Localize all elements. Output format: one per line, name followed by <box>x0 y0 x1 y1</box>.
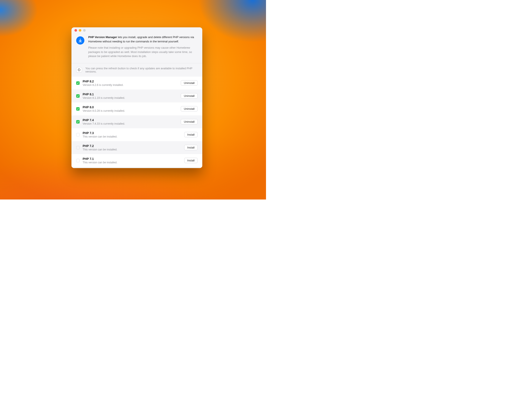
version-info: PHP 8.2Version 8.2.6 is currently instal… <box>83 80 178 87</box>
version-title: PHP 8.2 <box>83 80 178 83</box>
refresh-icon <box>78 69 81 71</box>
version-title: PHP 8.0 <box>83 105 178 109</box>
version-info: PHP 7.1This version can be installed. <box>83 157 181 164</box>
version-row: PHP 7.3This version can be installed.Ins… <box>71 128 202 141</box>
version-subtitle: This version can be installed. <box>83 135 181 138</box>
uninstall-button[interactable]: Uninstall <box>181 106 197 112</box>
versions-list[interactable]: PHP 8.2Version 8.2.6 is currently instal… <box>71 77 202 168</box>
version-info: PHP 8.0Version 8.0.28 is currently insta… <box>83 105 178 112</box>
version-row: PHP 8.2Version 8.2.6 is currently instal… <box>71 77 202 89</box>
checkbox-unchecked-icon <box>76 159 80 162</box>
version-row: PHP 8.0Version 8.0.28 is currently insta… <box>71 102 202 115</box>
version-subtitle: Version 8.1.19 is currently installed. <box>83 96 178 99</box>
download-icon <box>76 36 84 44</box>
checkbox-checked-icon <box>76 107 80 111</box>
version-subtitle: This version can be installed. <box>83 161 181 164</box>
refresh-bar: You can press the refresh button to chec… <box>71 63 202 77</box>
install-button[interactable]: Install <box>184 132 197 137</box>
minimize-icon[interactable] <box>79 29 81 32</box>
app-window: PHP Version Manager lets you install, up… <box>71 27 202 168</box>
version-subtitle: Version 7.4.33 is currently installed. <box>83 122 178 125</box>
header-section: PHP Version Manager lets you install, up… <box>71 33 202 63</box>
header-note: Please note that installing or upgrading… <box>88 46 196 58</box>
uninstall-button[interactable]: Uninstall <box>181 80 197 86</box>
version-subtitle: Version 8.2.6 is currently installed. <box>83 83 178 87</box>
uninstall-button[interactable]: Uninstall <box>181 119 197 124</box>
header-text: PHP Version Manager lets you install, up… <box>88 35 196 58</box>
checkbox-unchecked-icon <box>76 133 80 136</box>
app-title: PHP Version Manager <box>88 36 117 39</box>
version-subtitle: Version 8.0.28 is currently installed. <box>83 109 178 112</box>
version-title: PHP 7.1 <box>83 157 181 161</box>
refresh-button[interactable] <box>76 67 82 73</box>
version-title: PHP 7.4 <box>83 118 178 122</box>
version-row: PHP 7.2This version can be installed.Ins… <box>71 141 202 154</box>
refresh-hint: You can press the refresh button to chec… <box>85 67 197 73</box>
install-button[interactable]: Install <box>184 145 197 150</box>
version-title: PHP 7.3 <box>83 131 181 135</box>
uninstall-button[interactable]: Uninstall <box>181 93 197 99</box>
window-titlebar[interactable] <box>71 27 202 33</box>
zoom-icon <box>83 29 86 32</box>
version-row: PHP 7.4Version 7.4.33 is currently insta… <box>71 115 202 128</box>
checkbox-unchecked-icon <box>76 146 80 149</box>
checkbox-checked-icon <box>76 120 80 124</box>
version-row: PHP 8.1Version 8.1.19 is currently insta… <box>71 89 202 102</box>
checkbox-checked-icon <box>76 81 80 85</box>
version-title: PHP 7.2 <box>83 144 181 148</box>
version-subtitle: This version can be installed. <box>83 148 181 151</box>
version-info: PHP 8.1Version 8.1.19 is currently insta… <box>83 93 178 99</box>
install-button[interactable]: Install <box>184 158 197 163</box>
version-row: PHP 7.1This version can be installed.Ins… <box>71 154 202 167</box>
header-description: PHP Version Manager lets you install, up… <box>88 35 196 44</box>
version-info: PHP 7.3This version can be installed. <box>83 131 181 138</box>
version-title: PHP 8.1 <box>83 93 178 96</box>
version-info: PHP 7.2This version can be installed. <box>83 144 181 151</box>
close-icon[interactable] <box>75 29 77 32</box>
checkbox-checked-icon <box>76 94 80 98</box>
version-info: PHP 7.4Version 7.4.33 is currently insta… <box>83 118 178 125</box>
